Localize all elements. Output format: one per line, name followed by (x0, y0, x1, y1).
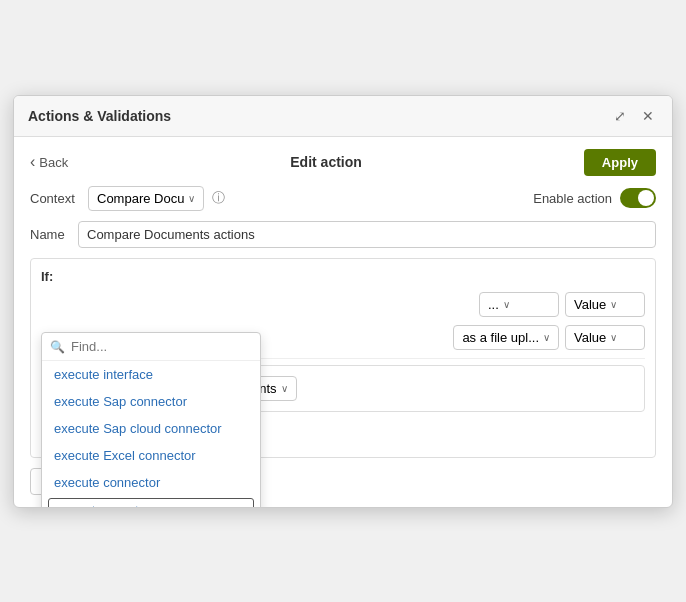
dropdown-menu: 🔍 execute interface execute Sap connecto… (41, 332, 261, 508)
operator-dropdown-2[interactable]: as a file upl... ∨ (453, 325, 559, 350)
info-icon: ⓘ (212, 189, 225, 207)
toolbar-row: ‹ Back Edit action Apply (30, 149, 656, 176)
value-label-1: Value (574, 297, 606, 312)
context-value: Compare Docu (97, 191, 184, 206)
modal-body: ‹ Back Edit action Apply Context Compare… (14, 137, 672, 507)
dropdown-item-3[interactable]: execute Excel connector (42, 442, 260, 469)
context-label: Context (30, 191, 80, 206)
dropdown-item-4[interactable]: execute connector (42, 469, 260, 496)
chevron-down-icon-3: ∨ (543, 332, 550, 343)
operator-value-2: as a file upl... (462, 330, 539, 345)
name-row: Name (30, 221, 656, 248)
operator-dropdown-1[interactable]: ... ∨ (479, 292, 559, 317)
enable-action-toggle[interactable] (620, 188, 656, 208)
modal: Actions & Validations ⤢ ✕ ‹ Back Edit ac… (13, 95, 673, 508)
context-dropdown[interactable]: Compare Docu ∨ (88, 186, 204, 211)
condition-row-1: 🔍 execute interface execute Sap connecto… (41, 292, 645, 317)
context-left: Context Compare Docu ∨ ⓘ (30, 186, 225, 211)
expand-icon: ⤢ (614, 108, 626, 124)
value-dropdown-1[interactable]: Value ∨ (565, 292, 645, 317)
chevron-down-icon: ∨ (188, 193, 195, 204)
chevron-left-icon: ‹ (30, 153, 35, 171)
context-enable-row: Context Compare Docu ∨ ⓘ Enable action (30, 186, 656, 211)
chevron-down-icon-4: ∨ (610, 332, 617, 343)
toggle-knob (638, 190, 654, 206)
dropdown-search-row: 🔍 (42, 333, 260, 361)
value-label-2: Value (574, 330, 606, 345)
enable-action-row: Enable action (533, 188, 656, 208)
dropdown-item-1[interactable]: execute Sap connector (42, 388, 260, 415)
dropdown-item-5[interactable]: execute agent (48, 498, 254, 508)
modal-header-icons: ⤢ ✕ (610, 106, 658, 126)
enable-action-label: Enable action (533, 191, 612, 206)
chevron-down-icon-2: ∨ (610, 299, 617, 310)
dropdown-item-0[interactable]: execute interface (42, 361, 260, 388)
name-label: Name (30, 227, 70, 242)
modal-title: Actions & Validations (28, 108, 171, 124)
search-icon: 🔍 (50, 340, 65, 354)
apply-button[interactable]: Apply (584, 149, 656, 176)
chevron-down-icon-1: ∨ (503, 299, 510, 310)
modal-header: Actions & Validations ⤢ ✕ (14, 96, 672, 137)
edit-action-title: Edit action (290, 154, 362, 170)
if-label: If: (41, 269, 645, 284)
expand-button[interactable]: ⤢ (610, 106, 630, 126)
back-label: Back (39, 155, 68, 170)
if-section: If: 🔍 execute interface execute Sap conn… (30, 258, 656, 458)
name-input[interactable] (78, 221, 656, 248)
close-icon: ✕ (642, 108, 654, 124)
chevron-down-icon-5: ∨ (281, 383, 288, 394)
operator-value-1: ... (488, 297, 499, 312)
back-button[interactable]: ‹ Back (30, 153, 68, 171)
value-dropdown-2[interactable]: Value ∨ (565, 325, 645, 350)
dropdown-search-input[interactable] (71, 339, 252, 354)
close-button[interactable]: ✕ (638, 106, 658, 126)
dropdown-item-2[interactable]: execute Sap cloud connector (42, 415, 260, 442)
